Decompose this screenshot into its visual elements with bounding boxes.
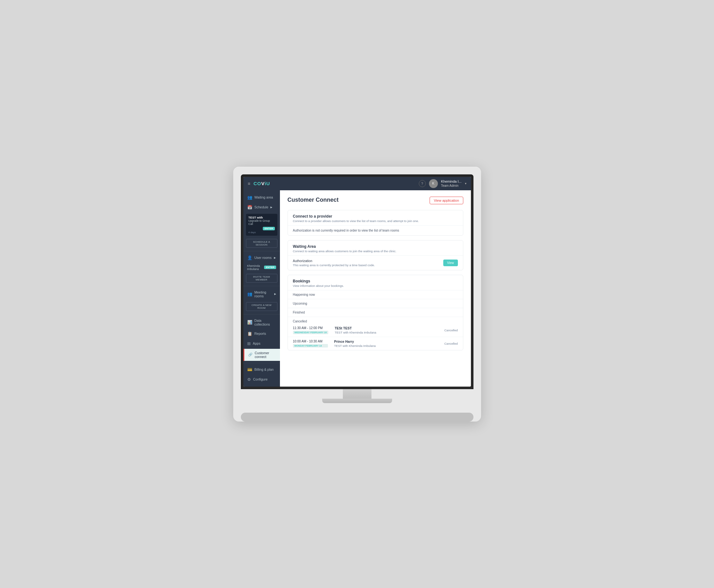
booking-date-badge: MONDAY FEBRUARY 14 [293,344,328,348]
menu-icon[interactable]: ≡ [248,181,250,186]
sidebar-item-data-collections[interactable]: 📊 Data collections [244,316,280,329]
sidebar-item-user-rooms[interactable]: 👤 User rooms ▶ [244,253,280,262]
configure-icon: ⚙ [247,377,251,382]
sidebar-item-configure[interactable]: ⚙ Configure [244,375,280,384]
booking-title: Prince Harry [334,340,441,343]
reports-icon: 📋 [247,331,252,336]
waiting-area-section: Waiting Area Connect to waiting area all… [288,240,463,270]
booking-time-block: 10:00 AM - 10:30 AM MONDAY FEBRUARY 14 [293,340,328,348]
create-new-room-button[interactable]: CREATE A NEW ROOM [246,302,277,311]
apps-icon: ⊞ [247,341,251,346]
sidebar-divider-4 [244,363,280,363]
waiting-auth-row: Authorization This waiting area is curre… [288,255,463,270]
section-desc: View information about your bookings. [293,284,458,288]
sidebar: 👥 Waiting area 📅 Schedule ▶ TEST with Up… [244,190,280,386]
sidebar-item-schedule[interactable]: 📅 Schedule ▶ [244,203,280,212]
customer-connect-icon: 🔗 [248,353,253,357]
bottom-bar [241,413,474,422]
stand-base [322,399,392,403]
booking-time: 10:00 AM - 10:30 AM [293,340,328,343]
user-info: Kheminda I... Team Admin [441,179,462,188]
sidebar-item-waiting-area[interactable]: 👥 Waiting area [244,193,280,202]
monitor-screen-frame: ≡ COViU ? K Kheminda I... Team Admin ▾ [241,174,474,389]
auth-desc: This waiting area is currently protected… [293,263,375,267]
topbar: ≡ COViU ? K Kheminda I... Team Admin ▾ [244,177,471,190]
auth-label: Authorization [293,259,375,263]
chevron-right-icon: ▶ [274,256,276,259]
meeting-rooms-icon: 👥 [247,292,252,296]
avatar: K [429,179,438,188]
booking-title: TESt TEST [335,326,440,330]
booking-row-cancelled-header: Cancelled [288,317,463,326]
page-header: Customer Connect View application [288,197,463,204]
waiting-area-icon: 👥 [247,195,252,200]
sidebar-divider-2 [244,286,280,286]
auth-row: Authorization is not currently required … [288,225,463,235]
sidebar-item-billing[interactable]: 💳 Billing & plan [244,365,280,374]
section-header: Bookings View information about your boo… [288,275,463,290]
booking-row-finished: Finished [288,308,463,317]
user-dropdown-icon[interactable]: ▾ [465,182,466,185]
sidebar-item-meeting-rooms[interactable]: 👥 Meeting rooms ▶ [244,288,280,300]
sidebar-divider-1 [244,251,280,251]
booking-info: Prince Harry TEST with Kheminda Imbulana [334,340,441,348]
room-enter-badge[interactable]: ENTER [264,266,276,269]
auth-text: Authorization is not currently required … [293,229,399,232]
chevron-right-icon: ▶ [274,293,276,295]
sidebar-item-apps[interactable]: ⊞ Apps [244,339,280,348]
booking-label: Finished [293,311,318,314]
sidebar-item-label: Meeting rooms [254,290,272,298]
booking-label: Upcoming [293,302,318,305]
sidebar-item-reports[interactable]: 📋 Reports [244,329,280,338]
sidebar-item-label: Apps [253,341,260,345]
help-button[interactable]: ? [419,180,426,187]
booking-subtitle: TEST with Kheminda Imbulana [334,344,441,348]
booking-entry-2: 10:00 AM - 10:30 AM MONDAY FEBRUARY 14 P… [288,337,463,350]
data-collections-icon: 📊 [247,320,252,325]
schedule-icon: 📅 [247,205,252,210]
sidebar-item-label: Schedule [254,205,269,209]
section-title: Connect to a provider [293,214,458,218]
booking-label: Happening now [293,293,318,296]
section-header: Connect to a provider Connect to a provi… [288,210,463,225]
sidebar-item-label: Billing & plan [254,368,274,371]
booking-entry-1: 11:30 AM - 12:00 PM WEDNESDAY FEBRUARY 1… [288,326,463,337]
sidebar-item-label: Configure [253,377,268,381]
user-room-entry: Kheminda Imbulana ENTER [244,263,280,272]
stand-neck [343,389,372,399]
booking-time: 11:30 AM - 12:00 PM [293,326,329,330]
booking-info: TESt TEST TEST with Kheminda Imbulana [335,326,440,334]
sidebar-item-label: Reports [254,332,266,335]
monitor-stand [241,389,474,403]
section-header: Waiting Area Connect to waiting area all… [288,240,463,255]
schedule-card: TEST with Upgrade to Group Call ENTER 4 … [246,214,277,236]
connect-provider-section: Connect to a provider Connect to a provi… [288,210,463,236]
sidebar-item-customer-connect[interactable]: 🔗 Customer connect [244,349,280,361]
user-rooms-icon: 👤 [247,255,252,260]
schedule-enter-badge[interactable]: ENTER [263,227,275,230]
view-application-button[interactable]: View application [429,197,463,204]
chevron-right-icon: ▶ [270,206,272,209]
waiting-area-view-button[interactable]: View [443,259,458,266]
section-title: Bookings [293,279,458,284]
invite-team-member-button[interactable]: INVITE TEAM MEMBER [246,274,277,283]
booking-time-block: 11:30 AM - 12:00 PM WEDNESDAY FEBRUARY 1… [293,326,329,334]
sidebar-item-label: Data collections [254,319,276,326]
booking-date-badge: WEDNESDAY FEBRUARY 16 [293,331,329,334]
page-title: Customer Connect [288,197,339,203]
schedule-session-button[interactable]: SCHEDULE A SESSION [246,239,277,248]
sidebar-item-label: User rooms [254,256,272,259]
booking-row-upcoming: Upcoming [288,299,463,308]
logo: COViU [254,181,270,186]
booking-status: Cancelled [444,329,458,332]
booking-row-happening-now: Happening now [288,290,463,299]
section-title: Waiting Area [293,244,458,249]
main-layout: 👥 Waiting area 📅 Schedule ▶ TEST with Up… [244,190,471,386]
billing-icon: 💳 [247,367,252,372]
monitor-outer: ≡ COViU ? K Kheminda I... Team Admin ▾ [233,167,481,422]
bookings-section: Bookings View information about your boo… [288,275,463,350]
booking-subtitle: TEST with Kheminda Imbulana [335,331,440,334]
section-desc: Connect to a provider allows customers t… [293,219,458,223]
app-window: ≡ COViU ? K Kheminda I... Team Admin ▾ [244,177,471,386]
sidebar-item-label: Customer connect [255,351,276,359]
